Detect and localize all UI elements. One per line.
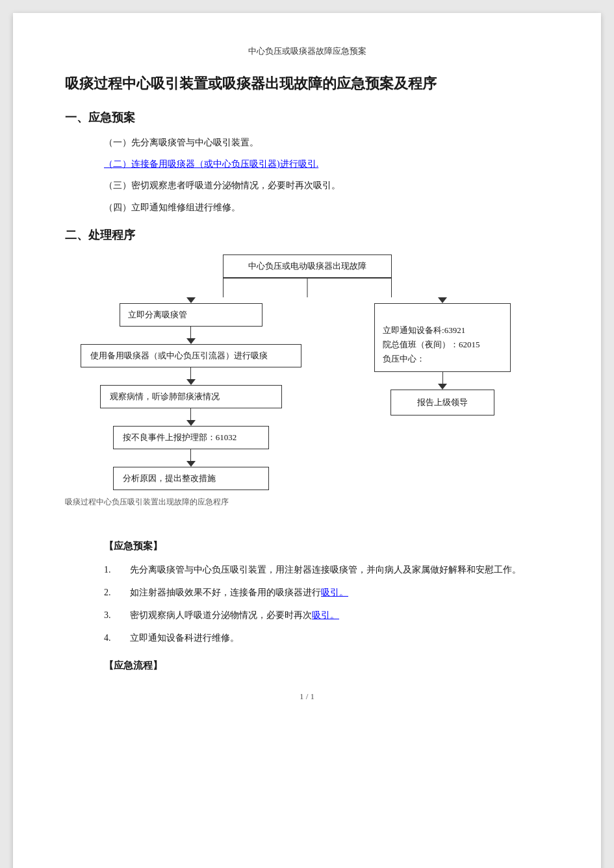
flowchart-right-col: 立即通知设备科:63921 院总值班（夜间）：62015 负压中心： 报告上级领…	[336, 297, 549, 415]
section1-title: 一、应急预案	[65, 110, 549, 125]
page-footer: 1 / 1	[65, 691, 549, 702]
fc-right-box1: 立即通知设备科:63921 院总值班（夜间）：62015 负压中心：	[374, 303, 511, 372]
flowchart-caption: 吸痰过程中心负压吸引装置出现故障的应急程序	[65, 497, 549, 508]
section2-title: 二、处理程序	[65, 227, 549, 243]
section3-bracket-title: 【应急预案】	[65, 540, 549, 552]
section1-item1: （一）先分离吸痰管与中心吸引装置。	[65, 134, 549, 151]
page-header-title: 中心负压或吸痰器故障应急预案	[65, 45, 549, 57]
section3-item2: 2. 如注射器抽吸效果不好，连接备用的吸痰器进行吸引。	[65, 584, 549, 601]
arrow1	[186, 297, 196, 303]
flowchart-left-col: 立即分离吸痰管 使用备用吸痰器（或中心负压引流器）进行吸痰 观察病情，听诊肺部痰…	[65, 297, 316, 490]
section3-item1: 1. 先分离吸痰管与中心负压吸引装置，用注射器连接吸痰管，并向病人及家属做好解释…	[65, 562, 549, 578]
fc-left-box1: 立即分离吸痰管	[120, 303, 262, 327]
section4-bracket-title: 【应急流程】	[65, 660, 549, 672]
arrow-r1	[438, 297, 447, 303]
arrow5	[186, 461, 196, 467]
section1-item4: （四）立即通知维修组进行维修。	[65, 199, 549, 216]
arrow4	[186, 420, 196, 426]
main-title: 吸痰过程中心吸引装置或吸痰器出现故障的应急预案及程序	[65, 73, 549, 94]
arrow-r2	[438, 384, 447, 390]
section3-item4: 4. 立即通知设备科进行维修。	[65, 630, 549, 646]
section1-item2: （二）连接备用吸痰器（或中心负压吸引器)进行吸引.	[65, 156, 549, 172]
section1-item3: （三）密切观察患者呼吸道分泌物情况，必要时再次吸引。	[65, 177, 549, 193]
vline-r1	[442, 372, 443, 384]
arrow2	[186, 338, 196, 344]
vline4	[190, 449, 191, 461]
fc-right-box2: 报告上级领导	[390, 390, 494, 415]
flowchart: 中心负压或电动吸痰器出现故障 立即分离吸痰	[65, 254, 549, 527]
fc-left-box2: 使用备用吸痰器（或中心负压引流器）进行吸痰	[81, 344, 301, 367]
vline2	[190, 367, 191, 379]
fc-left-box3: 观察病情，听诊肺部痰液情况	[100, 385, 282, 408]
fc-top-box: 中心负压或电动吸痰器出现故障	[223, 254, 392, 278]
vline3	[190, 408, 191, 420]
page: 中心负压或吸痰器故障应急预案 吸痰过程中心吸引装置或吸痰器出现故障的应急预案及程…	[13, 13, 601, 868]
fc-left-box4: 按不良事件上报护理部：61032	[113, 426, 269, 449]
vline1	[190, 327, 191, 338]
fc-left-box5: 分析原因，提出整改措施	[113, 467, 269, 490]
arrow3	[186, 379, 196, 385]
flowchart-top: 中心负压或电动吸痰器出现故障	[65, 254, 549, 297]
section3-item3: 3. 密切观察病人呼吸道分泌物情况，必要时再次吸引。	[65, 607, 549, 623]
